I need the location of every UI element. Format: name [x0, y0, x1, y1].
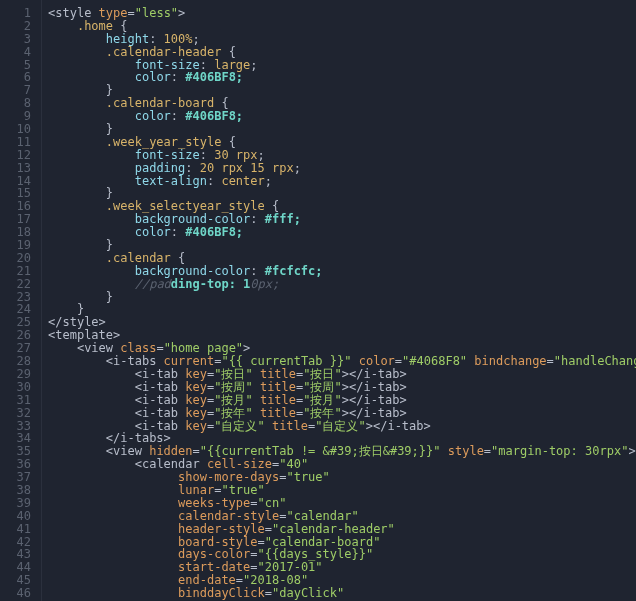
token: key — [185, 367, 207, 381]
token: font-size — [135, 58, 200, 72]
token: 30 rpx — [214, 148, 257, 162]
token: view — [84, 341, 120, 355]
token: .calendar — [106, 251, 178, 265]
token: type — [99, 6, 128, 20]
token: = — [156, 341, 163, 355]
token: i-tab — [142, 380, 185, 394]
code-line[interactable]: binddayClick="dayClick" — [48, 587, 636, 600]
token: lunar — [178, 483, 214, 497]
code-line[interactable]: <style type="less"> — [48, 7, 636, 20]
token: "calendar" — [286, 509, 358, 523]
token — [265, 419, 272, 433]
token: : — [250, 264, 264, 278]
token: "{{days_style}}" — [258, 547, 374, 561]
token: { — [178, 251, 185, 265]
token: current — [164, 354, 215, 368]
token: } — [106, 238, 113, 252]
token — [48, 32, 106, 46]
token: > — [424, 419, 431, 433]
code-line[interactable]: </style> — [48, 316, 636, 329]
token: padding — [135, 161, 186, 175]
token: < — [135, 406, 142, 420]
token — [48, 45, 106, 59]
token: 100% — [164, 32, 193, 46]
token: #406BF8; — [185, 225, 243, 239]
token: title — [260, 367, 296, 381]
token: } — [106, 83, 113, 97]
token: title — [272, 419, 308, 433]
token: { — [229, 135, 236, 149]
token: view — [113, 444, 149, 458]
token: ding-top: 1 — [171, 277, 250, 291]
token — [48, 586, 178, 600]
code-line[interactable]: color: #406BF8; — [48, 71, 636, 84]
token: i-tab — [363, 393, 399, 407]
token: key — [185, 380, 207, 394]
line-number: 13 — [0, 162, 31, 175]
token: i-tab — [363, 367, 399, 381]
code-line[interactable]: } — [48, 303, 636, 316]
token: > — [164, 431, 171, 445]
line-number: 1 — [0, 7, 31, 20]
token — [48, 470, 178, 484]
token: "{{currentTab != &#39;按日&#39;}}" — [200, 444, 441, 458]
token: </ — [106, 431, 120, 445]
token: "handleChangeTab" — [554, 354, 636, 368]
token — [351, 354, 358, 368]
token: i-tab — [142, 367, 185, 381]
token: background-color — [135, 212, 251, 226]
line-number: 32 — [0, 407, 31, 420]
token: } — [106, 186, 113, 200]
token: = — [193, 444, 200, 458]
token: #406BF8; — [185, 70, 243, 84]
token: 0px; — [250, 277, 279, 291]
token: = — [258, 535, 265, 549]
line-number: 4 — [0, 46, 31, 59]
token: #fff; — [265, 212, 301, 226]
token: "less" — [135, 6, 178, 20]
token: key — [185, 393, 207, 407]
token — [253, 393, 260, 407]
token — [48, 509, 178, 523]
token: hidden — [149, 444, 192, 458]
token — [48, 573, 178, 587]
token — [48, 135, 106, 149]
code-editor[interactable]: 1234567891011121314151617181920212223242… — [0, 0, 636, 601]
token: < — [135, 457, 142, 471]
code-line[interactable]: text-align: center; — [48, 175, 636, 188]
token — [48, 341, 77, 355]
code-line[interactable]: color: #406BF8; — [48, 110, 636, 123]
token: > — [400, 393, 407, 407]
token: bindchange — [474, 354, 546, 368]
token: "自定义" — [315, 419, 365, 433]
code-content[interactable]: <style type="less"> .home { height: 100%… — [42, 0, 636, 601]
code-line[interactable]: } — [48, 291, 636, 304]
line-number: 11 — [0, 136, 31, 149]
token: end-date — [178, 573, 236, 587]
code-line[interactable]: //padding-top: 10px; — [48, 278, 636, 291]
token: = — [250, 496, 257, 510]
token — [48, 277, 135, 291]
line-number: 39 — [0, 497, 31, 510]
token: "按年" — [214, 406, 252, 420]
token: "#4068F8" — [402, 354, 467, 368]
token — [253, 406, 260, 420]
token: color — [135, 109, 171, 123]
token: "按周" — [303, 380, 341, 394]
token: } — [106, 290, 113, 304]
code-line[interactable]: color: #406BF8; — [48, 226, 636, 239]
line-number: 41 — [0, 523, 31, 536]
token — [441, 444, 448, 458]
token: i-tab — [142, 406, 185, 420]
token: calendar-style — [178, 509, 279, 523]
token: < — [135, 419, 142, 433]
token — [48, 122, 106, 136]
token — [48, 457, 135, 471]
token: : — [200, 148, 214, 162]
token: "按周" — [214, 380, 252, 394]
token: header-style — [178, 522, 265, 536]
line-number: 20 — [0, 252, 31, 265]
token: > — [400, 406, 407, 420]
token: key — [185, 406, 207, 420]
token: start-date — [178, 560, 250, 574]
